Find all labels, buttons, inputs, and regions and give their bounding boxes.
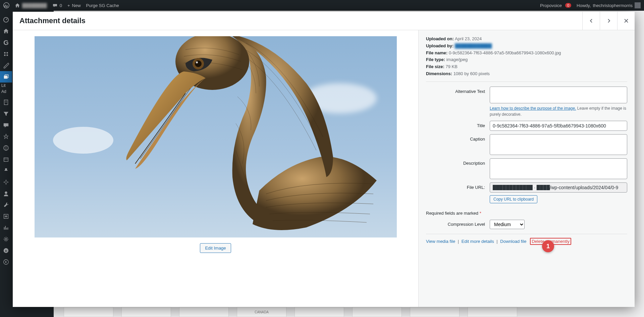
plus-icon: +	[67, 3, 70, 8]
attachment-details-modal: Attachment details	[13, 12, 635, 307]
alt-help-link[interactable]: Learn how to describe the purpose of the…	[490, 106, 576, 111]
edit-more-details-link[interactable]: Edit more details	[462, 239, 494, 244]
admin-sidebar: G Lit Ad D	[0, 11, 12, 317]
svg-point-5	[6, 54, 8, 56]
close-modal-button[interactable]	[617, 12, 635, 30]
fileurl-label: File URL:	[426, 182, 490, 190]
svg-point-3	[6, 52, 8, 54]
media-preview-panel: Edit Image	[13, 30, 418, 307]
bottom-links: View media file | Edit more details | Do…	[426, 239, 627, 244]
avatar-icon	[635, 2, 641, 8]
sidebar-item-users-grid[interactable]	[0, 48, 12, 60]
purge-cache-link[interactable]: Purge SG Cache	[86, 3, 119, 8]
notif-badge: 0	[565, 3, 571, 8]
annotation-marker-1: 1	[542, 240, 554, 252]
new-content-link[interactable]: + New	[67, 3, 81, 8]
sidebar-item-tools[interactable]	[0, 199, 12, 211]
sidebar-item-archive[interactable]	[0, 154, 12, 165]
comments-link[interactable]: 0	[52, 3, 62, 8]
caption-input[interactable]	[490, 134, 627, 155]
svg-point-19	[5, 238, 7, 240]
uploaded-by-link[interactable]: ████████████	[455, 43, 492, 48]
fileurl-input[interactable]	[490, 182, 627, 193]
view-media-file-link[interactable]: View media file	[426, 239, 455, 244]
sidebar-item-plus[interactable]	[0, 211, 12, 222]
sidebar-item-collapse[interactable]	[0, 256, 12, 268]
description-label: Description	[426, 158, 490, 166]
svg-point-12	[5, 146, 7, 150]
sidebar-item-posts[interactable]	[0, 60, 12, 71]
svg-point-25	[195, 60, 202, 67]
sidebar-item-pages[interactable]	[0, 97, 12, 108]
svg-point-26	[196, 61, 198, 63]
title-input[interactable]	[490, 121, 627, 131]
sidebar-item-settings[interactable]	[0, 233, 12, 245]
sidebar-item-user[interactable]	[0, 188, 12, 199]
alt-text-label: Alternative Text	[426, 87, 490, 94]
sidebar-item-spark[interactable]	[0, 176, 12, 188]
site-name-masked: ████████	[22, 3, 47, 8]
sidebar-item-comments[interactable]	[0, 119, 12, 131]
svg-point-2	[4, 52, 6, 54]
sidebar-item-home[interactable]	[0, 25, 12, 37]
svg-rect-13	[4, 158, 8, 162]
sidebar-item-d[interactable]: D	[0, 245, 12, 256]
compression-label: Compression Level	[426, 222, 490, 227]
svg-point-4	[4, 54, 6, 56]
pelican-illustration	[118, 36, 380, 237]
modal-title: Attachment details	[19, 16, 86, 25]
prev-attachment-button[interactable]	[582, 12, 600, 30]
svg-point-22	[4, 260, 8, 264]
sidebar-item-dashboard[interactable]	[0, 14, 12, 25]
sidebar-item-analytics[interactable]	[0, 222, 12, 233]
required-note: Required fields are marked *	[426, 211, 627, 216]
svg-text:D: D	[5, 249, 7, 253]
download-file-link[interactable]: Download file	[500, 239, 526, 244]
svg-point-15	[5, 192, 7, 194]
sidebar-item-pin[interactable]	[0, 131, 12, 142]
site-home-link[interactable]: ████████	[15, 3, 47, 8]
attachment-details-panel: Uploaded on: April 23, 2024 Uploaded by:…	[418, 30, 635, 307]
sidebar-item-globe[interactable]	[0, 142, 12, 154]
wp-adminbar: ████████ 0 + New Purge SG Cache Propovoi…	[0, 0, 644, 11]
sidebar-item-g[interactable]: G	[0, 37, 12, 48]
howdy-user-link[interactable]: Howdy, thechristophermorris	[577, 2, 641, 8]
next-attachment-button[interactable]	[600, 12, 617, 30]
alt-help-text: Learn how to describe the purpose of the…	[490, 105, 627, 117]
alt-text-input[interactable]	[490, 87, 627, 103]
sidebar-item-filter[interactable]	[0, 108, 12, 119]
copy-url-button[interactable]: Copy URL to clipboard	[490, 195, 537, 203]
attachment-preview-image	[35, 36, 397, 237]
description-input[interactable]	[490, 158, 627, 179]
propovoice-link[interactable]: Propovoice 0	[540, 3, 571, 8]
wp-logo-icon[interactable]	[3, 2, 9, 8]
modal-header: Attachment details	[13, 12, 635, 30]
edit-image-button[interactable]: Edit Image	[200, 243, 231, 253]
svg-rect-6	[4, 75, 8, 78]
meta-block: Uploaded on: April 23, 2024 Uploaded by:…	[426, 36, 627, 82]
svg-point-11	[4, 146, 8, 150]
sidebar-item-thumbtack[interactable]	[0, 165, 12, 176]
title-label: Title	[426, 121, 490, 128]
compression-select[interactable]: Medium	[490, 220, 525, 229]
sidebar-item-media[interactable]	[0, 71, 12, 83]
caption-label: Caption	[426, 134, 490, 142]
